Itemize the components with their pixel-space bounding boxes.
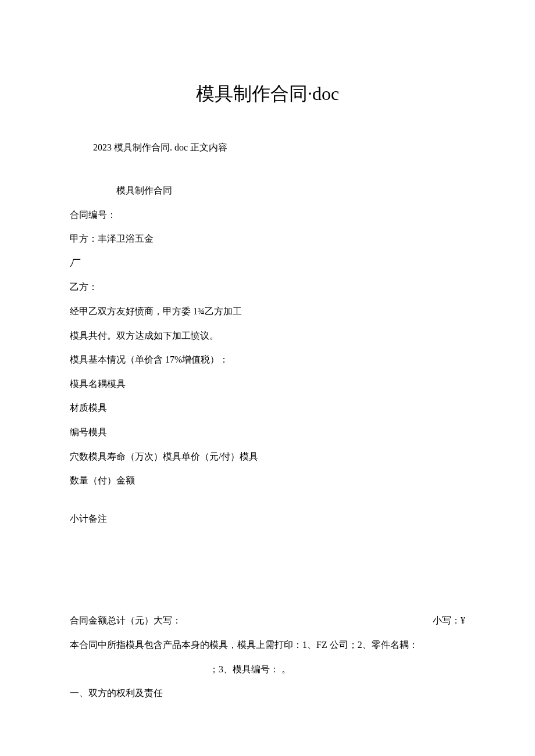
- negotiation-line: 经甲乙双方友好愤商，甲方委 1¾乙方加工: [70, 304, 465, 319]
- scope-line: 本合同中所指模具包含产品本身的模具，模具上需打印：1、FZ 公司；2、零件名耦：: [70, 637, 465, 653]
- total-amount-line: 合同金额总计（元）大写： 小写：¥: [70, 613, 465, 628]
- subtitle: 2023 模具制作合同. doc 正文内容: [70, 142, 465, 154]
- total-right: 小写：¥: [433, 613, 465, 628]
- party-a: 甲方：丰泽卫浴五金: [70, 231, 465, 246]
- section-1-heading: 一、双方的权利及责任: [70, 686, 465, 701]
- mold-name-line: 模具名耦模具: [70, 377, 465, 392]
- basic-info-line: 模具基本情况（单价含 17%增值税）：: [70, 352, 465, 367]
- scope-line-2: ；3、模具编号： 。: [70, 662, 465, 677]
- subtotal-line: 小计备注: [70, 511, 465, 526]
- material-line: 材质模具: [70, 400, 465, 415]
- contract-heading: 模具制作合同: [70, 183, 465, 198]
- cavity-line: 穴数模具寿命（万次）模具单价（元/付）模具: [70, 449, 465, 464]
- party-b: 乙方：: [70, 280, 465, 295]
- number-line: 编号模具: [70, 425, 465, 440]
- qty-line: 数量（付）金额: [70, 473, 465, 488]
- factory-line: 厂: [70, 256, 465, 271]
- molds-total-line: 模具共付。双方达成如下加工愤议。: [70, 328, 465, 343]
- contract-number: 合同编号：: [70, 207, 465, 223]
- total-left: 合同金额总计（元）大写：: [70, 613, 181, 628]
- document-title: 模具制作合同·doc: [70, 81, 465, 107]
